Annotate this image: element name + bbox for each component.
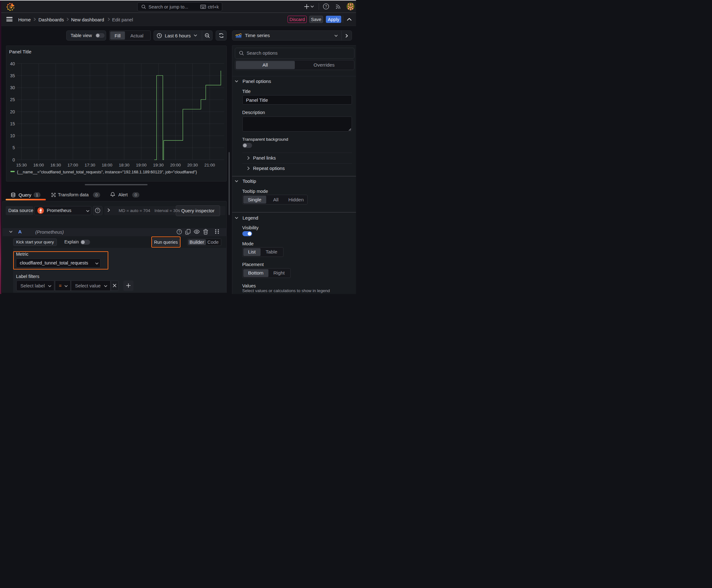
svg-text:16:00: 16:00 bbox=[33, 163, 44, 167]
svg-text:20:00: 20:00 bbox=[170, 163, 181, 167]
svg-text:15: 15 bbox=[10, 121, 15, 126]
svg-text:20:30: 20:30 bbox=[187, 163, 198, 167]
svg-text:17:30: 17:30 bbox=[84, 163, 95, 167]
svg-text:25: 25 bbox=[10, 97, 15, 102]
svg-text:10: 10 bbox=[10, 133, 15, 138]
svg-text:{__name__="cloudflared_tunnel_: {__name__="cloudflared_tunnel_total_requ… bbox=[17, 170, 197, 174]
svg-text:18:30: 18:30 bbox=[118, 163, 129, 167]
svg-text:16:30: 16:30 bbox=[50, 163, 61, 167]
svg-text:5: 5 bbox=[12, 145, 15, 150]
svg-text:17:00: 17:00 bbox=[67, 163, 78, 167]
svg-text:?: ? bbox=[178, 230, 180, 233]
svg-text:18:00: 18:00 bbox=[102, 163, 112, 167]
svg-text:?: ? bbox=[325, 4, 327, 9]
svg-text:15:30: 15:30 bbox=[16, 163, 27, 167]
svg-text:?: ? bbox=[97, 209, 99, 212]
svg-text:19:00: 19:00 bbox=[136, 163, 147, 167]
svg-text:40: 40 bbox=[10, 61, 15, 66]
svg-text:0: 0 bbox=[12, 158, 15, 162]
svg-text:21:00: 21:00 bbox=[204, 163, 215, 167]
svg-text:20: 20 bbox=[10, 109, 15, 114]
svg-text:35: 35 bbox=[10, 73, 15, 78]
svg-text:19:30: 19:30 bbox=[153, 163, 164, 167]
svg-text:30: 30 bbox=[10, 85, 15, 90]
